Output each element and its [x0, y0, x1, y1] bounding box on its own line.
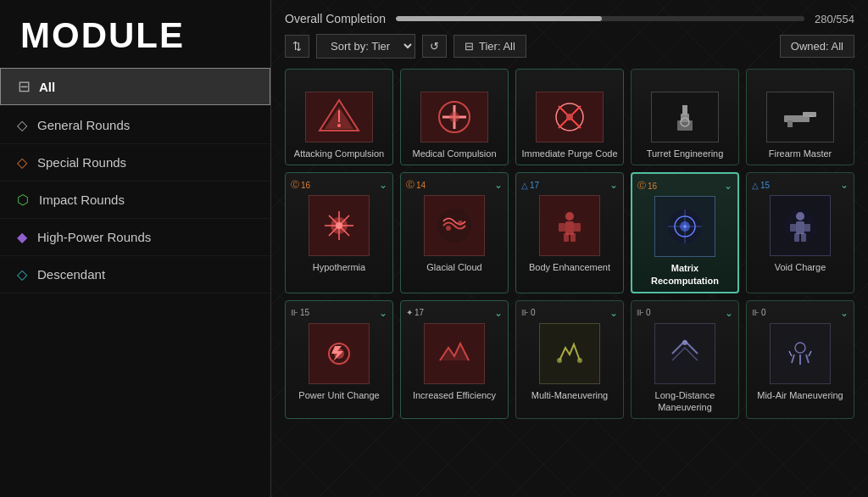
- card-header: ⊪ 15 ⌄: [291, 306, 387, 320]
- module-card-hypothermia[interactable]: Ⓒ 16 ⌄ Hypothermia: [285, 172, 393, 293]
- card-name: Mid-Air Maneuvering: [757, 389, 843, 401]
- tier-value: 0: [761, 308, 766, 317]
- module-card-turret-engineering[interactable]: Turret Engineering: [631, 69, 739, 165]
- card-icon-area: [536, 92, 604, 142]
- reset-icon: ↺: [430, 40, 439, 53]
- module-card-firearm-master[interactable]: Firearm Master: [746, 69, 854, 165]
- card-name: Immediate Purge Code: [521, 148, 617, 159]
- svg-point-22: [336, 222, 342, 229]
- sidebar-item-impact-rounds[interactable]: ⬡ Impact Rounds: [0, 181, 270, 219]
- tier-badge: Ⓒ 16: [637, 180, 657, 192]
- svg-point-52: [577, 358, 582, 363]
- module-card-void-charge[interactable]: △ 15 ⌄ Void Charge: [746, 172, 854, 293]
- multi-maneuvering-icon: [547, 331, 593, 377]
- card-name: Medical Compulsion: [412, 148, 496, 159]
- svg-rect-31: [564, 233, 569, 242]
- tier-badge: ⊪ 0: [521, 308, 536, 317]
- increased-efficiency-icon: [431, 331, 477, 377]
- card-name: Void Charge: [775, 261, 826, 273]
- tier-filter-button[interactable]: ⊟ Tier: All: [453, 35, 526, 58]
- sidebar-item-high-power-rounds[interactable]: ◆ High-Power Rounds: [0, 219, 270, 256]
- bookmark-icon: ⌄: [724, 180, 732, 192]
- svg-rect-45: [801, 233, 806, 242]
- bookmark-icon: ⌄: [840, 179, 849, 191]
- card-icon-area: [766, 92, 834, 142]
- module-card-matrix-recomputation[interactable]: Ⓒ 16 ⌄ Matrix Recomputation: [631, 172, 739, 293]
- card-name: Firearm Master: [769, 148, 832, 159]
- card-header: △ 15 ⌄: [752, 178, 849, 192]
- svg-rect-44: [794, 233, 799, 242]
- card-name: Turret Engineering: [647, 148, 724, 159]
- owned-filter-label: Owned: All: [791, 40, 843, 53]
- svg-point-7: [449, 112, 459, 122]
- svg-point-24: [446, 226, 451, 231]
- medical-compulsion-icon: [431, 97, 477, 137]
- tier-badge: ⊪ 0: [752, 308, 766, 317]
- svg-rect-14: [682, 105, 687, 115]
- tier-triangle-icon: △: [521, 181, 528, 190]
- tier-triple-icon: ⊪: [521, 308, 529, 317]
- card-icon-area: [424, 323, 485, 384]
- tier-value: 15: [300, 308, 309, 317]
- tier-triple-icon: ⊪: [291, 308, 298, 317]
- reset-filter-button[interactable]: ↺: [422, 35, 447, 58]
- tier-badge: ⊪ 0: [637, 308, 651, 317]
- module-card-attacking-compulsion[interactable]: Attacking Compulsion: [285, 69, 393, 165]
- filter-icon: ⇅: [292, 40, 302, 53]
- sidebar-item-label: Descendant: [37, 267, 105, 282]
- svg-point-54: [682, 340, 687, 345]
- card-name: Power Unit Change: [298, 389, 379, 401]
- bookmark-icon: ⌄: [609, 307, 618, 319]
- card-header: [637, 75, 733, 88]
- sidebar-item-all[interactable]: ⊟ All: [0, 68, 270, 105]
- bookmark-icon: ⌄: [725, 307, 733, 319]
- svg-rect-29: [559, 223, 565, 232]
- module-card-power-unit-change[interactable]: ⊪ 15 ⌄ Power Unit Change: [285, 300, 393, 420]
- card-name: Multi-Maneuvering: [531, 389, 608, 401]
- sidebar-item-descendant[interactable]: ◇ Descendant: [0, 256, 270, 293]
- module-card-medical-compulsion[interactable]: Medical Compulsion: [400, 69, 509, 165]
- card-icon-area: [305, 92, 373, 142]
- tier-value: 14: [416, 181, 426, 190]
- page-title: Module: [0, 0, 270, 68]
- tier-value: 0: [531, 308, 536, 317]
- sidebar-item-special-rounds[interactable]: ◇ Special Rounds: [0, 144, 270, 181]
- svg-rect-41: [796, 221, 804, 234]
- module-card-multi-maneuvering[interactable]: ⊪ 0 ⌄ Multi-Maneuvering: [515, 300, 624, 420]
- module-card-body-enhancement[interactable]: △ 17 ⌄ Body Enhance: [515, 172, 624, 293]
- module-grid: Attacking Compulsion Medical Compulsion: [285, 69, 854, 419]
- tier-layers-icon: ⊟: [465, 40, 474, 53]
- tier-badge: △ 17: [521, 181, 539, 190]
- filter-icon-button[interactable]: ⇅: [285, 35, 309, 58]
- sort-by-select[interactable]: Sort by: Tier: [316, 34, 415, 59]
- module-card-glacial-cloud[interactable]: Ⓒ 14 ⌄ Glacial Cloud: [400, 172, 509, 293]
- card-name: Glacial Cloud: [426, 261, 481, 273]
- completion-bar-fill: [396, 16, 602, 21]
- card-header: [521, 75, 618, 88]
- tier-badge: ✦ 17: [406, 308, 424, 317]
- sidebar-all-label: All: [39, 80, 55, 94]
- mid-air-maneuvering-icon: [777, 331, 823, 377]
- module-card-mid-air-maneuvering[interactable]: ⊪ 0 ⌄ Mid-Air Maneuvering: [746, 300, 854, 420]
- card-icon-area: [424, 195, 485, 256]
- special-rounds-icon: ◇: [17, 154, 27, 170]
- svg-rect-18: [787, 120, 793, 127]
- svg-point-51: [557, 358, 562, 363]
- bookmark-icon: ⌄: [379, 307, 387, 319]
- module-card-long-distance-maneuvering[interactable]: ⊪ 0 ⌄ Long-Distance Maneuvering: [631, 300, 739, 420]
- bookmark-icon: ⌄: [840, 307, 849, 319]
- owned-filter-button[interactable]: Owned: All: [780, 35, 854, 58]
- impact-rounds-icon: ⬡: [17, 192, 29, 208]
- sidebar-item-general-rounds[interactable]: ◇ General Rounds: [0, 107, 270, 144]
- module-card-immediate-purge-code[interactable]: Immediate Purge Code: [515, 69, 624, 165]
- svg-point-3: [337, 124, 341, 127]
- tier-badge: △ 15: [752, 181, 770, 190]
- firearm-master-icon: [777, 97, 823, 137]
- tier-value: 17: [530, 181, 539, 190]
- card-header: [291, 75, 387, 88]
- card-header: △ 17 ⌄: [521, 178, 618, 192]
- bookmark-icon: ⌄: [494, 307, 503, 319]
- card-header: [752, 75, 849, 88]
- module-card-increased-efficiency[interactable]: ✦ 17 ⌄ Increased Efficiency: [400, 300, 509, 420]
- tier-slash-icon: ✦: [406, 308, 413, 317]
